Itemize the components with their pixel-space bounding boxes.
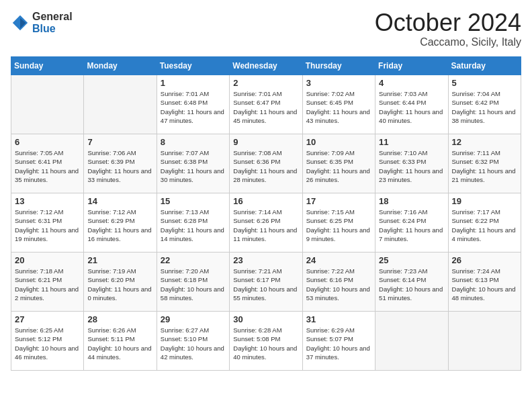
day-info: Sunrise: 7:02 AM Sunset: 6:45 PM Dayligh… (306, 89, 371, 125)
day-cell: 4Sunrise: 7:03 AM Sunset: 6:44 PM Daylig… (375, 75, 448, 134)
logo-general: General (32, 11, 73, 23)
day-number: 23 (233, 255, 298, 265)
day-info: Sunrise: 7:03 AM Sunset: 6:44 PM Dayligh… (379, 89, 444, 125)
day-number: 7 (87, 137, 152, 147)
day-number: 1 (161, 78, 226, 88)
day-info: Sunrise: 7:18 AM Sunset: 6:21 PM Dayligh… (15, 267, 80, 302)
week-row-4: 20Sunrise: 7:18 AM Sunset: 6:21 PM Dayli… (11, 253, 521, 312)
day-cell: 6Sunrise: 7:05 AM Sunset: 6:41 PM Daylig… (11, 134, 84, 193)
day-cell: 7Sunrise: 7:06 AM Sunset: 6:39 PM Daylig… (84, 134, 157, 193)
day-cell: 22Sunrise: 7:20 AM Sunset: 6:18 PM Dayli… (157, 253, 229, 312)
day-cell: 2Sunrise: 7:01 AM Sunset: 6:47 PM Daylig… (230, 75, 302, 134)
day-number: 25 (379, 255, 444, 265)
logo-text: General Blue (32, 11, 73, 34)
day-info: Sunrise: 7:15 AM Sunset: 6:25 PM Dayligh… (306, 208, 371, 243)
day-cell: 30Sunrise: 6:28 AM Sunset: 5:08 PM Dayli… (230, 312, 302, 371)
day-cell: 8Sunrise: 7:07 AM Sunset: 6:38 PM Daylig… (157, 134, 229, 193)
day-number: 13 (15, 196, 80, 206)
day-info: Sunrise: 7:12 AM Sunset: 6:29 PM Dayligh… (87, 208, 152, 243)
day-number: 21 (87, 255, 152, 265)
day-cell: 19Sunrise: 7:17 AM Sunset: 6:22 PM Dayli… (448, 193, 521, 253)
day-cell: 17Sunrise: 7:15 AM Sunset: 6:25 PM Dayli… (302, 193, 375, 253)
day-info: Sunrise: 6:26 AM Sunset: 5:11 PM Dayligh… (87, 326, 152, 361)
day-number: 22 (161, 255, 226, 265)
day-number: 20 (15, 255, 80, 265)
location-subtitle: Caccamo, Sicily, Italy (375, 36, 521, 48)
day-number: 11 (379, 137, 444, 147)
day-number: 31 (306, 314, 371, 324)
day-info: Sunrise: 7:05 AM Sunset: 6:41 PM Dayligh… (15, 148, 80, 184)
day-number: 4 (379, 78, 444, 88)
day-cell: 13Sunrise: 7:12 AM Sunset: 6:31 PM Dayli… (11, 193, 84, 253)
day-number: 10 (306, 137, 371, 147)
day-info: Sunrise: 7:13 AM Sunset: 6:28 PM Dayligh… (161, 208, 226, 243)
day-cell: 10Sunrise: 7:09 AM Sunset: 6:35 PM Dayli… (302, 134, 375, 193)
day-cell: 3Sunrise: 7:02 AM Sunset: 6:45 PM Daylig… (302, 75, 375, 134)
day-cell: 25Sunrise: 7:23 AM Sunset: 6:14 PM Dayli… (375, 253, 448, 312)
day-number: 5 (452, 78, 517, 88)
day-cell: 28Sunrise: 6:26 AM Sunset: 5:11 PM Dayli… (84, 312, 157, 371)
day-info: Sunrise: 7:17 AM Sunset: 6:22 PM Dayligh… (452, 208, 517, 243)
day-cell: 29Sunrise: 6:27 AM Sunset: 5:10 PM Dayli… (157, 312, 229, 371)
day-info: Sunrise: 7:01 AM Sunset: 6:47 PM Dayligh… (233, 89, 298, 125)
day-number: 3 (306, 78, 371, 88)
day-info: Sunrise: 6:28 AM Sunset: 5:08 PM Dayligh… (233, 326, 298, 361)
day-cell: 21Sunrise: 7:19 AM Sunset: 6:20 PM Dayli… (84, 253, 157, 312)
week-row-2: 6Sunrise: 7:05 AM Sunset: 6:41 PM Daylig… (11, 134, 521, 193)
logo-icon (11, 13, 30, 32)
day-info: Sunrise: 7:21 AM Sunset: 6:17 PM Dayligh… (233, 267, 298, 302)
day-cell: 9Sunrise: 7:08 AM Sunset: 6:36 PM Daylig… (230, 134, 302, 193)
day-number: 14 (87, 196, 152, 206)
day-number: 8 (161, 137, 226, 147)
day-info: Sunrise: 7:08 AM Sunset: 6:36 PM Dayligh… (233, 148, 298, 184)
day-number: 6 (15, 137, 80, 147)
day-cell: 26Sunrise: 7:24 AM Sunset: 6:13 PM Dayli… (448, 253, 521, 312)
day-cell: 24Sunrise: 7:22 AM Sunset: 6:16 PM Dayli… (302, 253, 375, 312)
day-number: 2 (233, 78, 298, 88)
day-cell: 12Sunrise: 7:11 AM Sunset: 6:32 PM Dayli… (448, 134, 521, 193)
day-info: Sunrise: 6:27 AM Sunset: 5:10 PM Dayligh… (161, 326, 226, 361)
day-cell: 5Sunrise: 7:04 AM Sunset: 6:42 PM Daylig… (448, 75, 521, 134)
day-cell: 27Sunrise: 6:25 AM Sunset: 5:12 PM Dayli… (11, 312, 84, 371)
week-row-1: 1Sunrise: 7:01 AM Sunset: 6:48 PM Daylig… (11, 75, 521, 134)
day-cell: 1Sunrise: 7:01 AM Sunset: 6:48 PM Daylig… (157, 75, 229, 134)
week-row-5: 27Sunrise: 6:25 AM Sunset: 5:12 PM Dayli… (11, 312, 521, 371)
day-number: 27 (15, 314, 80, 324)
day-info: Sunrise: 7:16 AM Sunset: 6:24 PM Dayligh… (379, 208, 444, 243)
day-number: 29 (161, 314, 226, 324)
day-cell: 18Sunrise: 7:16 AM Sunset: 6:24 PM Dayli… (375, 193, 448, 253)
month-title: October 2024 (375, 11, 521, 35)
day-number: 12 (452, 137, 517, 147)
header-row: SundayMondayTuesdayWednesdayThursdayFrid… (11, 57, 521, 75)
day-info: Sunrise: 7:09 AM Sunset: 6:35 PM Dayligh… (306, 148, 371, 184)
header-thursday: Thursday (302, 57, 375, 75)
day-number: 28 (87, 314, 152, 324)
day-number: 16 (233, 196, 298, 206)
day-info: Sunrise: 7:22 AM Sunset: 6:16 PM Dayligh… (306, 267, 371, 302)
day-info: Sunrise: 7:04 AM Sunset: 6:42 PM Dayligh… (452, 89, 517, 125)
day-info: Sunrise: 7:24 AM Sunset: 6:13 PM Dayligh… (452, 267, 517, 302)
day-cell: 23Sunrise: 7:21 AM Sunset: 6:17 PM Dayli… (230, 253, 302, 312)
day-info: Sunrise: 7:01 AM Sunset: 6:48 PM Dayligh… (161, 89, 226, 125)
day-number: 18 (379, 196, 444, 206)
header-saturday: Saturday (448, 57, 521, 75)
day-info: Sunrise: 7:11 AM Sunset: 6:32 PM Dayligh… (452, 148, 517, 184)
header-sunday: Sunday (11, 57, 84, 75)
day-number: 19 (452, 196, 517, 206)
logo-blue: Blue (32, 23, 73, 35)
day-info: Sunrise: 7:20 AM Sunset: 6:18 PM Dayligh… (161, 267, 226, 302)
day-cell (448, 312, 521, 371)
header-friday: Friday (375, 57, 448, 75)
day-number: 24 (306, 255, 371, 265)
day-cell: 15Sunrise: 7:13 AM Sunset: 6:28 PM Dayli… (157, 193, 229, 253)
header-monday: Monday (84, 57, 157, 75)
logo: General Blue (11, 11, 73, 34)
day-cell (11, 75, 84, 134)
day-info: Sunrise: 6:25 AM Sunset: 5:12 PM Dayligh… (15, 326, 80, 361)
day-info: Sunrise: 6:29 AM Sunset: 5:07 PM Dayligh… (306, 326, 371, 361)
day-info: Sunrise: 7:23 AM Sunset: 6:14 PM Dayligh… (379, 267, 444, 302)
day-cell: 20Sunrise: 7:18 AM Sunset: 6:21 PM Dayli… (11, 253, 84, 312)
day-cell: 14Sunrise: 7:12 AM Sunset: 6:29 PM Dayli… (84, 193, 157, 253)
day-info: Sunrise: 7:14 AM Sunset: 6:26 PM Dayligh… (233, 208, 298, 243)
day-number: 26 (452, 255, 517, 265)
